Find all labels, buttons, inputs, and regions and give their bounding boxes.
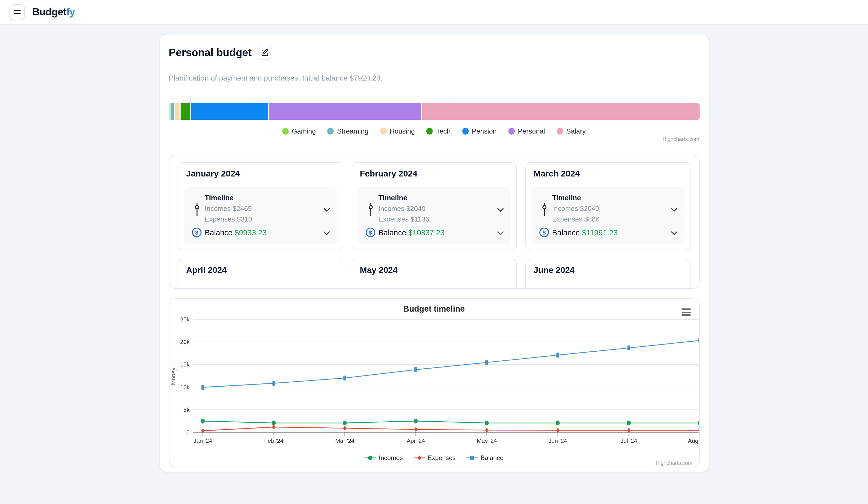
legend-label: Balance <box>480 454 504 462</box>
legend-marker <box>365 455 376 461</box>
marker-diamond <box>272 424 276 429</box>
app-logo[interactable]: Budgetfy <box>32 6 75 18</box>
expenses-line: Expenses $310 <box>205 214 320 225</box>
x-tick-label: Jan '24 <box>193 437 212 444</box>
marker-diamond <box>414 427 417 432</box>
page-title: Personal budget <box>169 47 251 59</box>
timeline-heading: Timeline <box>379 194 494 202</box>
month-title: June 2024 <box>534 265 684 275</box>
bar-segment-gaming <box>169 103 169 120</box>
balance-row[interactable]: $ Balance $9933.23 <box>190 228 330 238</box>
legend-item-expenses[interactable]: Expenses <box>413 454 455 462</box>
highcharts-credit[interactable]: Highcharts.com <box>655 460 692 466</box>
marker-circle <box>343 421 347 425</box>
month-summary-box: Timeline Incomes $2040 Expenses $886 $ B… <box>531 187 684 244</box>
legend-item-gaming[interactable]: Gaming <box>282 127 316 135</box>
y-tick-label: 5k <box>183 406 189 413</box>
legend-item-salary[interactable]: Salary <box>557 127 586 135</box>
chevron-down-icon <box>671 228 677 237</box>
marker-square <box>485 360 488 365</box>
bar-segment-salary <box>422 103 699 120</box>
month-card-january: January 2024 Timeline Incomes $2465 Expe… <box>178 162 343 250</box>
marker-square <box>272 381 275 385</box>
pencil-square-icon <box>261 49 269 57</box>
highcharts-credit[interactable]: Highcharts.com <box>169 136 699 142</box>
edit-budget-button[interactable] <box>258 46 272 60</box>
menu-button[interactable] <box>9 4 25 20</box>
bar-segment-tech <box>180 103 190 120</box>
marker-square <box>627 345 630 350</box>
series-line-expenses <box>203 427 699 431</box>
legend-item-housing[interactable]: Housing <box>380 127 415 135</box>
legend-label: Incomes <box>379 454 403 462</box>
x-tick-label: Jun '24 <box>548 437 567 444</box>
legend-marker <box>462 128 469 134</box>
brand-accent: fy <box>66 6 75 18</box>
legend-label: Gaming <box>292 127 316 135</box>
balance-label: Balance <box>552 228 582 236</box>
marker-circle <box>485 421 488 425</box>
legend-label: Personal <box>518 127 545 135</box>
bar-segment-personal <box>269 103 421 120</box>
marker-circle <box>698 421 699 425</box>
timeline-row[interactable]: Timeline Incomes $2040 Expenses $886 <box>537 194 677 225</box>
category-stacked-bar <box>169 103 699 120</box>
legend-label: Streaming <box>337 127 369 135</box>
legend-item-pension[interactable]: Pension <box>462 127 497 135</box>
timeline-row[interactable]: Timeline Incomes $2465 Expenses $310 <box>190 194 330 225</box>
budget-description: Planification of payment and purchases. … <box>169 74 699 82</box>
chevron-down-icon <box>323 228 330 237</box>
legend-item-balance[interactable]: Balance <box>466 454 504 462</box>
bar-segment-housing <box>175 103 179 120</box>
y-tick-label: 15k <box>180 361 189 368</box>
legend-item-incomes[interactable]: Incomes <box>365 454 403 462</box>
months-grid: January 2024 Timeline Incomes $2465 Expe… <box>178 162 690 289</box>
legend-marker <box>557 128 563 134</box>
legend-item-tech[interactable]: Tech <box>426 127 451 135</box>
timeline-row[interactable]: Timeline Incomes $2040 Expenses $1136 <box>364 194 503 225</box>
x-tick-label: Aug '24 <box>688 437 699 444</box>
timeline-heading: Timeline <box>205 194 320 202</box>
month-title: March 2024 <box>534 169 684 179</box>
y-tick-label: 10k <box>180 384 189 391</box>
balance-label: Balance <box>205 228 235 236</box>
month-card-may: May 2024 <box>351 259 517 289</box>
month-card-february: February 2024 Timeline Incomes $2040 Exp… <box>351 162 517 250</box>
marker-square <box>414 367 417 372</box>
legend-item-streaming[interactable]: Streaming <box>328 127 369 135</box>
legend-marker <box>380 128 386 134</box>
balance-value: $10837.23 <box>408 228 445 236</box>
dollar-circle-icon: $ <box>190 228 204 238</box>
legend-item-personal[interactable]: Personal <box>508 127 545 135</box>
legend-label: Pension <box>472 127 497 135</box>
svg-text:$: $ <box>195 230 198 235</box>
timeline-icon <box>537 202 551 216</box>
dollar-circle-icon: $ <box>364 228 377 238</box>
chevron-down-icon <box>497 228 503 237</box>
legend-marker <box>282 128 289 134</box>
y-axis-title: Money <box>170 367 176 385</box>
budget-card: Personal budget Planification of payment… <box>159 34 709 472</box>
dollar-circle-icon: $ <box>537 228 551 238</box>
timeline-icon <box>364 202 377 216</box>
bar-segment-streaming <box>170 103 174 120</box>
hamburger-icon <box>13 10 20 11</box>
legend-label: Expenses <box>428 454 455 462</box>
brand-primary: Budget <box>32 6 66 18</box>
series-line-balance <box>203 341 699 387</box>
legend-marker <box>413 455 425 461</box>
incomes-line: Incomes $2040 <box>552 203 668 214</box>
category-legend: GamingStreamingHousingTechPensionPersona… <box>169 127 699 135</box>
balance-row[interactable]: $ Balance $10837.23 <box>364 228 503 238</box>
month-card-june: June 2024 <box>525 259 690 289</box>
balance-label: Balance <box>379 228 408 236</box>
budget-title-row: Personal budget <box>169 46 699 60</box>
balance-row[interactable]: $ Balance $11991.23 <box>537 228 677 238</box>
marker-diamond <box>485 428 488 432</box>
line-chart-plot: 05k10k15k20k25kMoneyJan '24Feb '24Mar '2… <box>169 299 699 467</box>
navbar: Budgetfy <box>0 0 868 25</box>
y-tick-label: 20k <box>180 339 189 345</box>
legend-label: Salary <box>566 127 586 135</box>
month-card-march: March 2024 Timeline Incomes $2040 Expens… <box>525 162 690 250</box>
svg-text:$: $ <box>542 230 546 235</box>
